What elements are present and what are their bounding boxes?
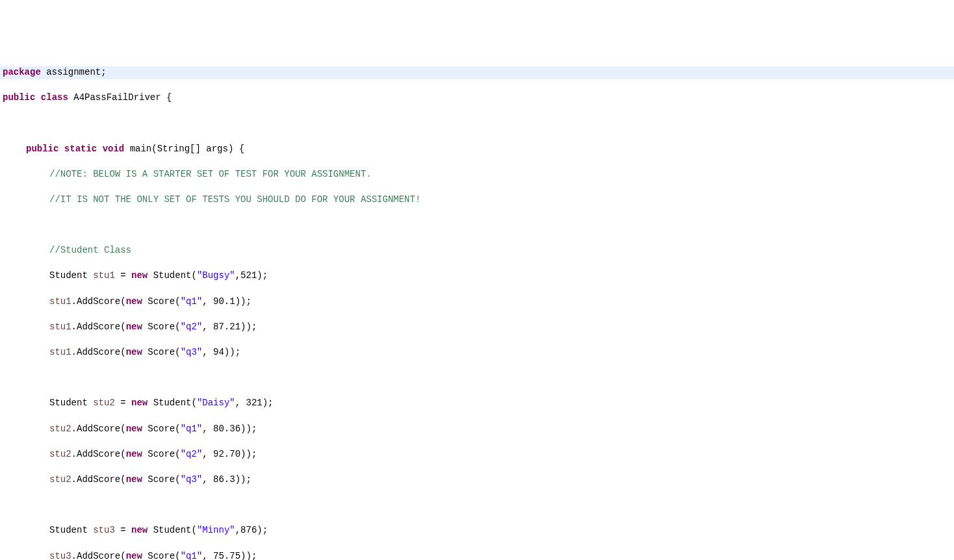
- text: .AddScore(: [71, 449, 126, 459]
- blank-line: [0, 372, 954, 385]
- text: Score(: [142, 551, 181, 560]
- variable: stu2: [49, 449, 71, 459]
- text: .AddScore(: [71, 551, 126, 560]
- string-literal: "q3": [181, 474, 203, 485]
- text: Score(: [142, 296, 181, 307]
- keyword-public: public: [26, 144, 58, 154]
- text: Score(: [142, 449, 181, 459]
- keyword-new: new: [131, 270, 148, 281]
- variable: stu2: [49, 424, 71, 434]
- method-signature: main(String[] args) {: [124, 144, 244, 154]
- string-literal: "q3": [181, 347, 203, 357]
- variable: stu2: [93, 398, 115, 408]
- text: Student(: [148, 525, 197, 535]
- text: Student(: [148, 270, 197, 281]
- blank-line: [0, 219, 954, 232]
- code-line: Student stu1 = new Student("Bugsy",521);: [0, 270, 954, 283]
- code-line: stu2.AddScore(new Score("q2", 92.70));: [0, 448, 954, 461]
- keyword-new: new: [126, 551, 142, 560]
- text: Score(: [142, 474, 181, 485]
- text: , 321);: [235, 398, 274, 408]
- string-literal: "q2": [181, 449, 203, 459]
- keyword-static: static: [64, 144, 97, 154]
- keyword-class: class: [41, 92, 68, 103]
- string-literal: "Minny": [197, 525, 235, 535]
- string-literal: "q2": [181, 322, 203, 332]
- code-line: public class A4PassFailDriver {: [0, 92, 954, 105]
- text: =: [115, 525, 131, 535]
- code-line: //NOTE: BELOW IS A STARTER SET OF TEST F…: [0, 168, 954, 181]
- class-name: A4PassFailDriver {: [68, 92, 172, 103]
- keyword-new: new: [126, 322, 142, 332]
- code-line: stu3.AddScore(new Score("q1", 75.75));: [0, 550, 954, 560]
- text: ,876);: [235, 525, 268, 535]
- text: , 94));: [202, 347, 240, 357]
- keyword-new: new: [126, 424, 142, 434]
- variable: stu1: [49, 322, 71, 332]
- keyword-new: new: [131, 398, 148, 408]
- comment: //Student Class: [49, 245, 131, 255]
- code-line: stu1.AddScore(new Score("q1", 90.1));: [0, 296, 954, 309]
- code-line: public static void main(String[] args) {: [0, 143, 954, 156]
- code-line: package assignment;: [0, 66, 954, 79]
- text: .AddScore(: [71, 474, 126, 485]
- text: , 92.70));: [202, 449, 257, 459]
- code-line: stu1.AddScore(new Score("q3", 94));: [0, 346, 954, 359]
- code-line: stu1.AddScore(new Score("q2", 87.21));: [0, 321, 954, 334]
- text: , 80.36));: [202, 424, 257, 434]
- variable: stu2: [49, 474, 71, 485]
- text: =: [115, 398, 131, 408]
- string-literal: "Bugsy": [197, 270, 235, 281]
- keyword-new: new: [126, 347, 142, 357]
- keyword-new: new: [126, 474, 142, 485]
- comment: //NOTE: BELOW IS A STARTER SET OF TEST F…: [49, 169, 372, 179]
- text: .AddScore(: [71, 347, 126, 357]
- code-editor: package assignment; public class A4PassF…: [0, 51, 954, 560]
- variable: stu3: [49, 551, 71, 560]
- text: .AddScore(: [71, 296, 126, 307]
- text: ,521);: [235, 270, 268, 281]
- variable: stu1: [49, 347, 71, 357]
- text: =: [115, 270, 131, 281]
- text: , 90.1));: [202, 296, 251, 307]
- string-literal: "q1": [181, 551, 203, 560]
- string-literal: "q1": [181, 424, 203, 434]
- code-line: stu2.AddScore(new Score("q1", 80.36));: [0, 423, 954, 436]
- variable: stu3: [93, 525, 115, 535]
- variable: stu1: [49, 296, 71, 307]
- text: Score(: [142, 424, 181, 434]
- text: Score(: [142, 322, 181, 332]
- text: Score(: [142, 347, 181, 357]
- text: Student(: [148, 398, 197, 408]
- code-line: Student stu3 = new Student("Minny",876);: [0, 524, 954, 537]
- text: , 87.21));: [202, 322, 257, 332]
- string-literal: "Daisy": [197, 398, 235, 408]
- blank-line: [0, 499, 954, 512]
- string-literal: "q1": [181, 296, 203, 307]
- package-name: assignment;: [41, 67, 107, 77]
- type: Student: [49, 398, 93, 408]
- code-line: //Student Class: [0, 244, 954, 257]
- variable: stu1: [93, 270, 115, 281]
- text: , 86.3));: [202, 474, 251, 485]
- blank-line: [0, 117, 954, 130]
- comment: //IT IS NOT THE ONLY SET OF TESTS YOU SH…: [49, 194, 420, 205]
- keyword-void: void: [103, 144, 125, 154]
- code-line: //IT IS NOT THE ONLY SET OF TESTS YOU SH…: [0, 194, 954, 207]
- type: Student: [49, 270, 93, 281]
- type: Student: [49, 525, 93, 535]
- code-line: Student stu2 = new Student("Daisy", 321)…: [0, 397, 954, 410]
- keyword-public: public: [3, 92, 35, 103]
- code-line: stu2.AddScore(new Score("q3", 86.3));: [0, 474, 954, 487]
- keyword-new: new: [126, 449, 142, 459]
- text: .AddScore(: [71, 424, 126, 434]
- keyword-new: new: [131, 525, 148, 535]
- text: , 75.75));: [202, 551, 257, 560]
- keyword-new: new: [126, 296, 142, 307]
- text: .AddScore(: [71, 322, 126, 332]
- keyword-package: package: [3, 67, 41, 77]
